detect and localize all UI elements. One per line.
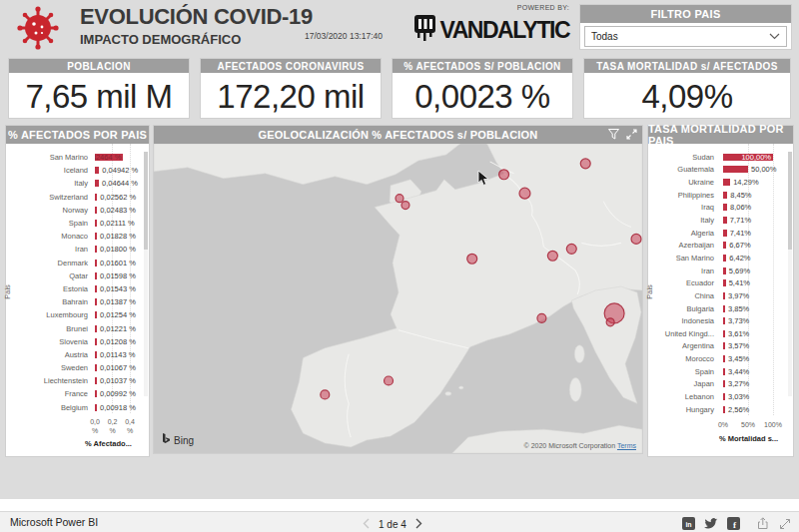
facebook-icon[interactable]: f (727, 516, 740, 532)
chart-row[interactable]: Japan3,27% (648, 378, 793, 391)
bar[interactable] (95, 220, 97, 227)
bar[interactable] (723, 166, 748, 173)
bar[interactable] (95, 167, 99, 174)
terms-link[interactable]: Terms (617, 442, 636, 449)
chart-row[interactable]: Belgium0,00918 % (6, 401, 149, 414)
chart-row[interactable]: San Marino6,42% (648, 252, 793, 265)
bar[interactable] (723, 342, 725, 349)
map-bubble-marker[interactable] (385, 376, 394, 385)
chart-row[interactable]: Iran0,01800 % (6, 243, 149, 256)
bar[interactable] (723, 204, 727, 211)
chart-row[interactable]: Italy7,71% (648, 214, 793, 227)
bar[interactable] (95, 311, 97, 318)
bar[interactable] (95, 325, 97, 332)
chart-row[interactable]: Denmark0,01601 % (6, 257, 149, 269)
bar[interactable] (723, 230, 727, 237)
map-bubble-marker[interactable] (580, 159, 590, 169)
chart-row[interactable]: Norway0,02483 % (6, 204, 149, 217)
bar[interactable] (95, 272, 97, 279)
chart-row[interactable]: Iraq8,06% (648, 202, 793, 215)
chart-row[interactable]: Ecuador5,41% (648, 276, 793, 289)
bar[interactable] (723, 355, 725, 362)
map-bubble-marker[interactable] (519, 188, 530, 199)
bar[interactable] (95, 285, 97, 292)
bar[interactable] (723, 192, 727, 199)
chart-row[interactable]: San Marino0,32464 % (6, 151, 149, 164)
bar[interactable] (723, 217, 727, 224)
bar[interactable]: 100,00% (723, 154, 773, 161)
chart-row[interactable]: Ukraine14,29% (648, 176, 793, 189)
chart-row[interactable]: Austria0,01143 % (6, 348, 149, 361)
chart-row[interactable]: Sudan100,00% (648, 151, 793, 164)
bar[interactable] (723, 380, 725, 387)
bar[interactable] (95, 404, 97, 411)
chart-row[interactable]: Brunei0,01221 % (6, 321, 149, 334)
chart-row[interactable]: Spain3,44% (648, 365, 793, 378)
bar[interactable] (723, 368, 725, 375)
bar[interactable] (723, 317, 725, 324)
bar[interactable] (95, 338, 97, 345)
bar[interactable] (723, 242, 726, 249)
fit-to-page-icon[interactable] (779, 516, 791, 532)
focus-mode-icon[interactable] (626, 129, 637, 142)
chart-row[interactable]: Hungary2,56% (648, 403, 793, 416)
bing-label[interactable]: Bing (174, 435, 194, 446)
bar[interactable] (95, 246, 97, 253)
bar[interactable] (95, 377, 97, 384)
prev-page-chevron-icon[interactable] (363, 515, 370, 532)
chart-row[interactable]: Bulgaria3,85% (648, 302, 793, 315)
bar[interactable] (723, 292, 725, 299)
chart-row[interactable]: Spain0,02111 % (6, 217, 149, 230)
filter-funnel-icon[interactable] (608, 129, 619, 142)
chart-row[interactable]: Argentina3,57% (648, 340, 793, 353)
map-bubble-marker[interactable] (321, 390, 330, 399)
chart-row[interactable]: Sweden0,01067 % (6, 361, 149, 374)
bar[interactable] (723, 179, 730, 186)
bar[interactable] (723, 330, 725, 337)
chart-row[interactable]: Morocco3,45% (648, 352, 793, 365)
chart-row[interactable]: Guatemala50,00% (648, 164, 793, 177)
bar[interactable] (95, 194, 97, 201)
bar[interactable] (723, 406, 725, 413)
map-bubble-marker[interactable] (396, 195, 403, 203)
chart-row[interactable]: Indonesia3,73% (648, 314, 793, 327)
bar[interactable] (723, 393, 725, 400)
bar[interactable] (95, 207, 97, 214)
chart-row[interactable]: Iran5,69% (648, 265, 793, 277)
bar[interactable]: 0,32464 % (95, 154, 123, 161)
map-bubble-marker[interactable] (631, 234, 641, 244)
bar[interactable] (95, 260, 97, 266)
bar[interactable] (723, 255, 726, 262)
map-bubble-marker[interactable] (547, 251, 557, 261)
chart-row[interactable]: China3,97% (648, 289, 793, 302)
bar[interactable] (95, 390, 97, 397)
chart-row[interactable]: Slovenia0,01208 % (6, 335, 149, 348)
map-bubble-marker[interactable] (566, 244, 576, 254)
bar[interactable] (95, 298, 97, 305)
map-bubble-marker[interactable] (537, 313, 546, 322)
chart-row[interactable]: France0,00992 % (6, 387, 149, 400)
chart-row[interactable]: United Kingd...3,61% (648, 327, 793, 340)
map-bubble-marker[interactable] (467, 254, 477, 264)
chart-row[interactable]: Lebanon3,03% (648, 390, 793, 403)
chart-row[interactable]: Algeria7,41% (648, 227, 793, 240)
bar[interactable] (723, 267, 726, 274)
bar[interactable] (95, 364, 97, 371)
map-bubble-marker[interactable] (401, 202, 409, 210)
twitter-icon[interactable] (704, 516, 718, 532)
map-bubble-marker[interactable] (499, 170, 509, 180)
chart-row[interactable]: Italy0,04644 % (6, 177, 149, 190)
bar[interactable] (95, 233, 97, 240)
country-filter-dropdown[interactable]: Todas (584, 26, 787, 47)
chart-row[interactable]: Qatar0,01598 % (6, 269, 149, 282)
bar[interactable] (723, 279, 726, 286)
next-page-chevron-icon[interactable] (415, 515, 422, 532)
chart-row[interactable]: Switzerland0,02562 % (6, 191, 149, 204)
map-bubble-marker[interactable] (606, 318, 614, 326)
bar[interactable] (95, 180, 99, 187)
chart-row[interactable]: Estonia0,01543 % (6, 282, 149, 295)
chart-row[interactable]: Philippines8,45% (648, 189, 793, 202)
chart-row[interactable]: Bahrain0,01387 % (6, 295, 149, 308)
share-icon[interactable] (757, 516, 770, 532)
chart-row[interactable]: Liechtenstein0,01037 % (6, 374, 149, 387)
